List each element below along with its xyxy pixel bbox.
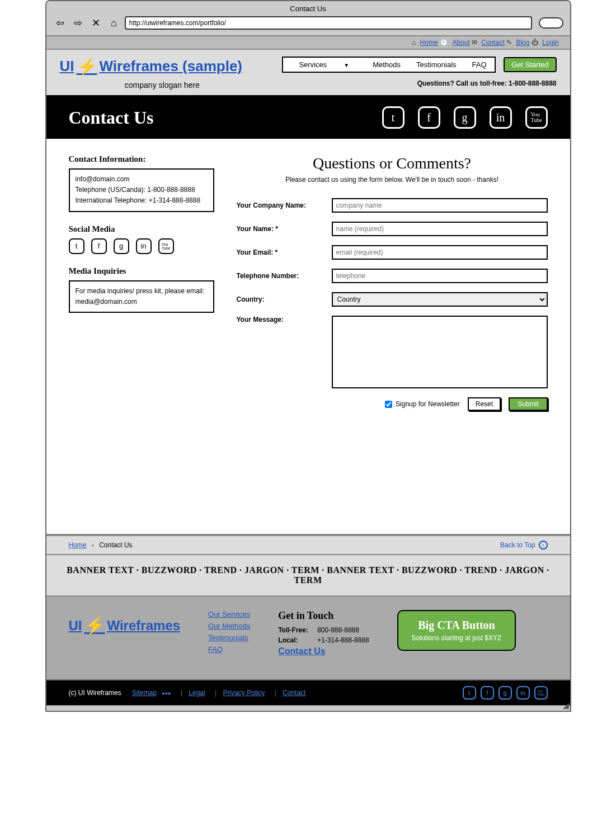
tollfree-text: Questions? Call us toll-free: 1-800-888-… [282, 79, 556, 87]
clock-icon: 🕘 [440, 39, 448, 46]
linkedin-icon[interactable]: in [516, 686, 530, 700]
nav-methods[interactable]: Methods [365, 58, 408, 72]
stop-button[interactable]: ✕ [89, 17, 104, 29]
search-pill[interactable] [539, 17, 563, 29]
facebook-icon[interactable]: f [418, 106, 440, 129]
name-input[interactable] [332, 222, 548, 236]
twitter-icon[interactable]: t [69, 238, 84, 254]
main-nav: Services▼ Methods Testimonials FAQ [282, 57, 495, 73]
breadcrumb-home[interactable]: Home [69, 541, 87, 549]
telephone-input[interactable] [332, 269, 548, 283]
home-icon: ⌂ [412, 39, 416, 46]
email-label: Your Email: * [237, 248, 332, 256]
arrow-up-icon: ↑ [539, 541, 548, 550]
footbar-contact[interactable]: Contact [283, 689, 305, 697]
forward-button[interactable]: ⇨ [71, 17, 86, 29]
nav-testimonials[interactable]: Testimonials [408, 58, 464, 72]
message-label: Your Message: [237, 316, 332, 323]
mail-icon: ✉ [472, 39, 477, 46]
nav-services[interactable]: Services▼ [283, 58, 365, 72]
slogan: company slogan here [82, 81, 243, 90]
footer-contact-link[interactable]: Contact Us [278, 646, 325, 656]
footer-link-faq[interactable]: FAQ [208, 645, 250, 654]
linkedin-icon[interactable]: in [490, 106, 512, 129]
facebook-icon[interactable]: f [91, 238, 107, 254]
facebook-icon[interactable]: f [481, 686, 494, 700]
twitter-icon[interactable]: t [382, 106, 405, 129]
power-icon: ⏻ [532, 39, 538, 46]
breadcrumb: Home › Contact Us [69, 541, 133, 549]
company-input[interactable] [332, 198, 548, 213]
form-subtitle: Please contact us using the form below. … [237, 176, 548, 184]
breadcrumb-current: Contact Us [99, 541, 132, 549]
big-cta-button[interactable]: Big CTA Button Solutions starting at jus… [397, 610, 516, 651]
get-in-touch-heading: Get in Touch [278, 610, 369, 622]
topnav-blog[interactable]: Blog [516, 39, 529, 46]
telephone-label: Telephone Number: [237, 272, 332, 280]
nav-faq[interactable]: FAQ [464, 58, 495, 72]
country-label: Country: [237, 295, 332, 303]
bolt-icon: ⚡ [84, 616, 105, 635]
home-button[interactable]: ⌂ [107, 17, 121, 29]
message-textarea[interactable] [332, 316, 548, 388]
google-icon[interactable]: g [454, 106, 476, 129]
linkedin-icon[interactable]: in [136, 238, 152, 254]
form-title: Questions or Comments? [237, 154, 548, 172]
media-inquiries-heading: Media Inquiries [69, 266, 214, 276]
reset-button[interactable]: Reset [468, 397, 501, 411]
get-started-button[interactable]: Get Started [504, 57, 556, 72]
footer-logo[interactable]: UI ⚡ Wireframes [69, 616, 181, 635]
topnav-contact[interactable]: Contact [481, 39, 504, 46]
company-label: Your Company Name: [237, 201, 332, 209]
google-icon[interactable]: g [499, 686, 512, 700]
media-inquiries-box: For media inquiries/ press kit, please e… [69, 280, 214, 313]
copyright: (c) UI Wireframes [69, 689, 121, 697]
google-icon[interactable]: g [114, 238, 129, 254]
social-media-heading: Social Media [69, 224, 214, 234]
chevron-down-icon: ▼ [336, 59, 357, 71]
url-bar[interactable] [125, 16, 532, 30]
back-button[interactable]: ⇦ [53, 17, 68, 29]
country-select[interactable]: Country [332, 292, 548, 307]
bolt-icon: ⚡ [77, 57, 97, 76]
submit-button[interactable]: Submit [509, 397, 547, 411]
youtube-icon[interactable]: YouTube [158, 238, 174, 254]
chevron-right-icon: › [92, 541, 94, 549]
footer-link-testimonials[interactable]: Testimonials [208, 633, 250, 642]
name-label: Your Name: * [237, 225, 332, 233]
contact-info-box: info@domain.com Telephone (US/Canda): 1-… [69, 168, 214, 212]
footbar-sitemap[interactable]: Sitemap [132, 689, 157, 697]
footer-link-services[interactable]: Our Services [208, 610, 250, 618]
footbar-privacy[interactable]: Privacy Policy [223, 689, 265, 697]
topnav-about[interactable]: About [452, 39, 469, 46]
newsletter-checkbox[interactable]: Signup for Newsletter [385, 400, 460, 408]
footer-link-methods[interactable]: Our Methods [208, 622, 250, 630]
youtube-icon[interactable]: YouTube [534, 686, 548, 700]
email-input[interactable] [332, 245, 548, 260]
window-title: Contact Us [51, 3, 566, 16]
footbar-legal[interactable]: Legal [189, 689, 205, 697]
topnav-home[interactable]: Home [420, 39, 438, 46]
site-logo[interactable]: UI ⚡ Wireframes (sample) [60, 57, 243, 76]
page-title: Contact Us [69, 107, 154, 128]
resize-grip-icon[interactable]: ◢ [563, 701, 569, 710]
youtube-icon[interactable]: YouTube [525, 106, 548, 129]
twitter-icon[interactable]: t [463, 686, 476, 700]
buzzword-banner: BANNER TEXT · BUZZWORD · TREND · JARGON … [46, 555, 570, 597]
pencil-icon: ✎ [506, 39, 512, 46]
topnav-login[interactable]: Login [542, 39, 558, 46]
back-to-top[interactable]: Back to Top ↑ [500, 541, 547, 550]
dots-icon: ●●● [162, 691, 171, 696]
contact-info-heading: Contact Information: [69, 154, 214, 164]
